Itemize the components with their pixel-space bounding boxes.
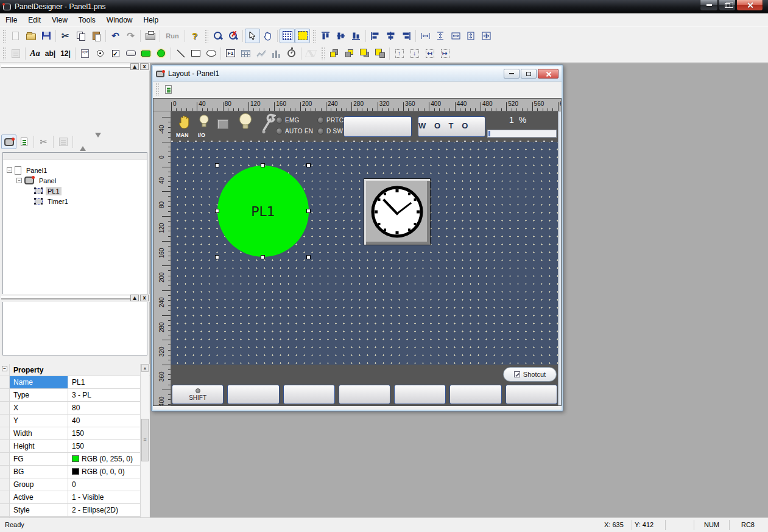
timer-tool-button[interactable] — [284, 46, 299, 61]
size-left-button[interactable]: ↤ — [422, 46, 437, 61]
select-cursor-button[interactable] — [245, 29, 260, 43]
align-top-button[interactable] — [318, 29, 333, 43]
project-tree[interactable]: − Panel1 − Panel PL1 Timer1 — [2, 152, 147, 355]
property-row[interactable]: − Height 150 — [0, 440, 140, 453]
property-label[interactable]: Group — [10, 478, 68, 491]
property-label[interactable]: Type — [10, 389, 68, 401]
property-label[interactable]: Name — [10, 376, 68, 388]
expander-icon[interactable]: − — [16, 178, 22, 183]
panel-top-bar[interactable]: MAN I/O — [171, 111, 558, 142]
property-row[interactable]: − Type 3 - PL — [0, 389, 140, 402]
line-tool-button[interactable] — [173, 46, 188, 61]
function-key-tool-button[interactable]: F1 — [223, 46, 238, 61]
close-panel-button[interactable]: x — [140, 295, 149, 301]
bring-forward-button[interactable] — [357, 46, 372, 61]
layout-minimize-button[interactable] — [504, 69, 520, 79]
help-button[interactable]: ? — [187, 29, 202, 43]
shotcut-button[interactable]: Shotcut — [503, 367, 557, 382]
panel-view-button[interactable] — [1, 135, 16, 149]
same-height-button[interactable] — [463, 29, 479, 43]
property-row[interactable]: − Y 40 — [0, 415, 140, 427]
gray-button-icon[interactable] — [217, 119, 228, 129]
auto-en-led-icon[interactable] — [276, 128, 283, 135]
timer1-clock-widget[interactable] — [364, 178, 431, 245]
collapse-group-icon[interactable]: − — [2, 366, 7, 371]
property-value[interactable]: RGB (0, 0, 0) — [68, 466, 140, 478]
lamp-icon[interactable] — [238, 113, 253, 132]
align-bottom-button[interactable] — [348, 29, 364, 43]
tree-node-label[interactable]: Timer1 — [46, 197, 70, 206]
property-scrollbar[interactable]: ▲ ▼ — [140, 364, 149, 532]
property-label[interactable]: Active — [10, 491, 68, 503]
panel-function-key[interactable] — [283, 385, 335, 404]
tree-node-label[interactable]: Panel1 — [24, 166, 49, 175]
pan-hand-button[interactable] — [260, 29, 275, 43]
new-button[interactable] — [8, 29, 23, 43]
property-row[interactable]: − Active 1 - Visible — [0, 491, 140, 504]
property-row[interactable]: − FG RGB (0, 255, 0) — [0, 453, 140, 466]
copy-button[interactable] — [73, 29, 88, 43]
property-value[interactable]: 0 — [68, 478, 140, 491]
layout-restore-button[interactable] — [521, 69, 537, 79]
property-label[interactable]: Y — [10, 415, 68, 427]
size-down-button[interactable]: ↓ — [407, 46, 422, 61]
panel-function-key[interactable] — [394, 385, 446, 404]
panel-function-key[interactable] — [449, 385, 501, 404]
zoom-cancel-button[interactable]: ✗ — [225, 29, 241, 43]
form-tool-button[interactable] — [8, 46, 23, 61]
emg-led-icon[interactable] — [276, 117, 283, 124]
design-canvas[interactable]: PL1 — [171, 142, 558, 365]
menu-window[interactable]: Window — [101, 14, 138, 26]
property-label[interactable]: BG — [10, 466, 68, 478]
send-to-back-button[interactable] — [342, 46, 357, 61]
layout-vertical-scrollbar[interactable] — [558, 111, 562, 406]
pilot-lamp-tool-button[interactable] — [153, 46, 169, 61]
grid-toggle-button[interactable] — [280, 29, 295, 43]
bar-graph-tool-button[interactable] — [269, 46, 284, 61]
selection-handle-s[interactable] — [261, 255, 265, 259]
same-width-button[interactable] — [448, 29, 463, 43]
tree-node-timer1[interactable]: Timer1 — [3, 196, 147, 206]
property-value[interactable]: 1 - Visible — [68, 491, 140, 503]
io-lamp-icon[interactable] — [199, 114, 210, 130]
property-row[interactable]: − Width 150 — [0, 427, 140, 440]
script-view-button[interactable] — [16, 135, 32, 149]
table-tool-button[interactable] — [238, 46, 253, 61]
property-value[interactable]: PL1 — [68, 376, 140, 388]
align-left-button[interactable] — [368, 29, 383, 43]
manual-hand-icon[interactable] — [177, 113, 194, 130]
tree-node-label[interactable]: Panel — [37, 177, 58, 185]
property-value[interactable]: 150 — [68, 427, 140, 439]
layers-button[interactable] — [303, 46, 319, 61]
d-sw-led-icon[interactable] — [317, 128, 324, 135]
space-horizontal-button[interactable] — [418, 29, 433, 43]
textbox-tool-button[interactable]: ab| — [43, 46, 58, 61]
layout-window-titlebar[interactable]: Layout - Panel1 — [153, 66, 562, 82]
panel-function-key[interactable] — [227, 385, 279, 404]
woto-button[interactable]: W O T O — [418, 116, 485, 137]
minimize-button[interactable] — [700, 0, 718, 11]
numberbox-tool-button[interactable]: 12| — [58, 46, 73, 61]
close-button[interactable] — [736, 0, 763, 11]
property-label[interactable]: X — [10, 402, 68, 414]
radio-tool-button[interactable] — [93, 46, 108, 61]
property-label[interactable]: Height — [10, 440, 68, 452]
expander-icon[interactable]: − — [7, 167, 12, 173]
label-tool-button[interactable]: Aa — [27, 46, 43, 61]
property-value[interactable]: 150 — [68, 440, 140, 452]
menu-help[interactable]: Help — [138, 14, 164, 26]
save-button[interactable] — [38, 29, 54, 43]
property-value[interactable]: 2 - Ellipse(2D) — [68, 504, 140, 516]
prtct-led-icon[interactable] — [317, 117, 324, 124]
tree-node-panel[interactable]: − Panel — [3, 175, 147, 186]
scrollbar-thumb[interactable] — [141, 419, 149, 461]
same-size-button[interactable] — [479, 29, 494, 43]
property-row[interactable]: − Name PL1 — [0, 376, 140, 389]
zoom-in-button[interactable] — [210, 29, 225, 43]
property-panel-splitter[interactable]: ▲ x — [0, 294, 150, 302]
selection-handle-se[interactable] — [306, 255, 311, 259]
layout-window[interactable]: Layout - Panel1 040801201602002402803203… — [151, 65, 563, 411]
selection-handle-w[interactable] — [215, 209, 219, 213]
space-vertical-button[interactable] — [433, 29, 448, 43]
menu-edit[interactable]: Edit — [23, 14, 46, 26]
